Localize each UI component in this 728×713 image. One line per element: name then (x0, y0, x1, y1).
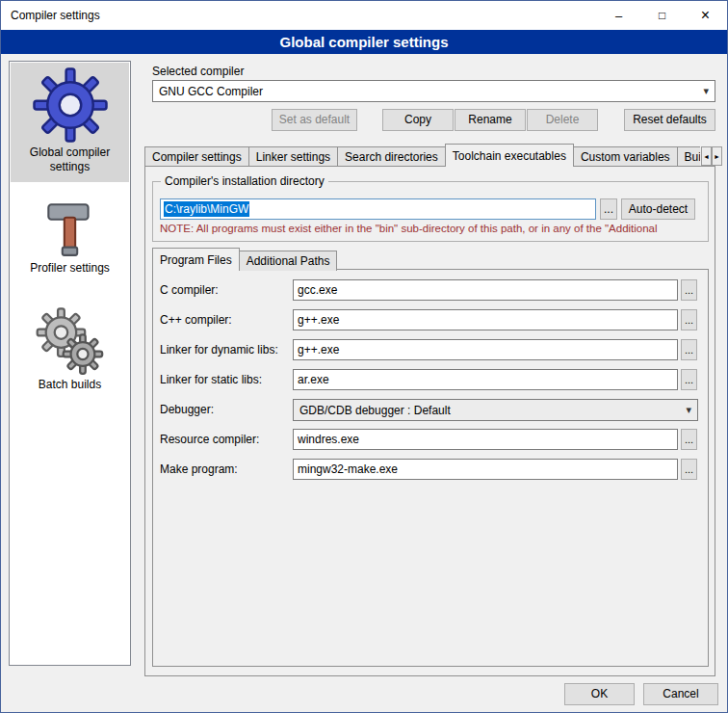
cpp-compiler-row: C++ compiler: ... (160, 309, 697, 331)
minimize-button[interactable]: – (597, 1, 640, 30)
tab-custom-variables[interactable]: Custom variables (573, 146, 678, 167)
selected-compiler-value: GNU GCC Compiler (159, 85, 263, 98)
rename-button[interactable]: Rename (455, 109, 526, 131)
tab-scroll-left-icon[interactable]: ◄ (701, 146, 712, 166)
selected-compiler-label: Selected compiler (152, 61, 244, 82)
cancel-button[interactable]: Cancel (643, 683, 718, 705)
delete-button[interactable]: Delete (527, 109, 598, 131)
browse-resource-compiler-button[interactable]: ... (681, 429, 697, 450)
window-title: Compiler settings (1, 9, 100, 22)
installation-directory-value: C:\raylib\MinGW (164, 201, 249, 217)
browse-install-dir-button[interactable]: ... (600, 198, 617, 220)
sidebar-item-label: Profiler settings (11, 259, 129, 279)
make-program-row: Make program: ... (160, 459, 697, 481)
subtab-strip: Program FilesAdditional Paths (152, 248, 336, 270)
tab-toolchain-executables[interactable]: Toolchain executables (445, 144, 574, 167)
page-title: Global compiler settings (1, 30, 727, 54)
c-compiler-label: C compiler: (160, 279, 219, 301)
chevron-down-icon: ▾ (686, 404, 691, 416)
sidebar-item-global-compiler-settings[interactable]: Global compiler settings (11, 63, 129, 182)
note-text: NOTE: All programs must exist either in … (160, 223, 709, 234)
browse-dynamic-linker-button[interactable]: ... (681, 339, 697, 360)
window-controls: – □ × (597, 1, 727, 30)
resource-compiler-row: Resource compiler: ... (160, 429, 697, 451)
gray-gears-icon (11, 306, 129, 376)
make-program-input[interactable] (293, 459, 678, 480)
dynamic-linker-label: Linker for dynamic libs: (160, 339, 278, 360)
ok-button[interactable]: OK (564, 683, 635, 705)
static-linker-label: Linker for static libs: (160, 369, 262, 390)
make-program-label: Make program: (160, 459, 238, 480)
auto-detect-button[interactable]: Auto-detect (621, 198, 695, 220)
reset-defaults-button[interactable]: Reset defaults (624, 109, 715, 131)
debugger-row: Debugger: GDB/CDB debugger : Default ▾ (160, 399, 697, 421)
static-linker-input[interactable] (293, 369, 678, 390)
c-compiler-row: C compiler: ... (160, 279, 697, 302)
static-linker-row: Linker for static libs: ... (160, 369, 697, 391)
sidebar-item-profiler-settings[interactable]: Profiler settings (11, 192, 129, 288)
tab-strip: Compiler settingsLinker settingsSearch d… (144, 144, 700, 167)
profiler-hammer-icon (11, 196, 129, 259)
debugger-value: GDB/CDB debugger : Default (299, 404, 451, 417)
sidebar-item-label: Batch builds (11, 376, 129, 396)
compiler-settings-window: Compiler settings – □ × Global compiler … (0, 0, 728, 713)
close-button[interactable]: × (684, 1, 727, 30)
resource-compiler-input[interactable] (293, 429, 678, 450)
sidebar-item-label: Global compiler settings (11, 144, 129, 178)
c-compiler-input[interactable] (293, 279, 678, 301)
set-as-default-button[interactable]: Set as default (272, 109, 357, 131)
cpp-compiler-label: C++ compiler: (160, 309, 232, 330)
tab-compiler-settings[interactable]: Compiler settings (144, 146, 249, 167)
resource-compiler-label: Resource compiler: (160, 429, 259, 450)
tab-search-directories[interactable]: Search directories (337, 146, 446, 167)
cpp-compiler-input[interactable] (293, 309, 678, 330)
installation-directory-input[interactable]: C:\raylib\MinGW (160, 198, 596, 220)
browse-c-compiler-button[interactable]: ... (681, 279, 697, 301)
installation-directory-group-title: Compiler's installation directory (161, 174, 328, 188)
browse-cpp-compiler-button[interactable]: ... (681, 309, 697, 330)
tab-build-options[interactable]: Builc (677, 146, 700, 167)
blue-gear-icon (11, 66, 129, 144)
maximize-button[interactable]: □ (640, 1, 684, 30)
titlebar: Compiler settings – □ × (1, 1, 727, 30)
dynamic-linker-input[interactable] (293, 339, 678, 360)
dynamic-linker-row: Linker for dynamic libs: ... (160, 339, 697, 361)
selected-compiler-dropdown[interactable]: GNU GCC Compiler ▾ (152, 80, 715, 102)
chevron-down-icon: ▾ (703, 85, 709, 97)
subtab-program-files[interactable]: Program Files (152, 248, 240, 271)
subtab-additional-paths[interactable]: Additional Paths (239, 251, 338, 271)
debugger-label: Debugger: (160, 399, 214, 420)
tab-linker-settings[interactable]: Linker settings (248, 146, 338, 167)
sidebar: Global compiler settings Profiler settin… (9, 61, 131, 666)
debugger-dropdown[interactable]: GDB/CDB debugger : Default ▾ (293, 399, 698, 421)
copy-button[interactable]: Copy (382, 109, 454, 131)
tab-scroll-right-icon[interactable]: ► (712, 146, 722, 166)
browse-make-program-button[interactable]: ... (681, 459, 697, 480)
sidebar-item-batch-builds[interactable]: Batch builds (11, 303, 129, 404)
browse-static-linker-button[interactable]: ... (681, 369, 697, 390)
